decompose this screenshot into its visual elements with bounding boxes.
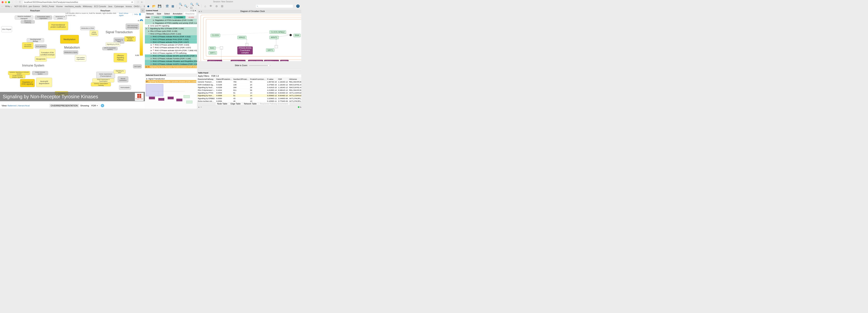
list-icon[interactable]: ≡ <box>201 106 201 108</box>
import-table-icon[interactable]: ▦ <box>171 4 175 8</box>
col-header[interactable]: ProteinFromGen… <box>249 78 266 81</box>
col-header[interactable]: HitGenes <box>288 78 301 81</box>
tree-item[interactable]: ▶RHO GTPases Activate Formins (FDR: 0.18… <box>145 57 197 60</box>
col-header[interactable]: P-value <box>267 78 277 81</box>
node-nr1d1-b[interactable]: NR1D1:heme <box>230 60 245 61</box>
back-button[interactable]: ‹ <box>11 1 14 4</box>
tree-item[interactable]: ▶Regulation of PTEN localization (FDR: 0… <box>145 19 197 22</box>
tree-item[interactable]: ▶⠿Signaling by Rho GTPases (FDR: 0.186) <box>145 27 197 30</box>
node-rora-ep300[interactable]: RORA:EP300 <box>248 60 263 61</box>
sidebar-button[interactable]: ☰ <box>19 1 21 4</box>
cell[interactable]: Developmental Biology <box>27 38 44 42</box>
cell[interactable]: Post-translational protein modification <box>48 22 68 30</box>
attr-icon[interactable]: ⊚ <box>215 4 218 8</box>
pin-icon[interactable]: ◉ <box>198 10 200 12</box>
cell[interactable]: Regulation of IFNG signaling <box>20 79 35 87</box>
region-signal-transduction[interactable]: Signal Transduction <box>105 30 132 34</box>
seb-item[interactable]: ▶Signaling by Non-Receptor Tyrosine Kina… <box>146 80 196 83</box>
tab-annotation[interactable]: Annotation <box>171 12 184 16</box>
bookmark-item[interactable]: Cytoscape <box>114 5 124 7</box>
h-scrollbar[interactable] <box>198 68 301 70</box>
tab-reactome[interactable]: Reactome <box>184 12 196 16</box>
cell[interactable]: Metabolism of lipids <box>64 50 78 54</box>
node-ppara[interactable]: PPARA:RXRA Coactivator complex <box>237 47 253 54</box>
cell[interactable]: Signaling by WNT <box>114 70 126 74</box>
node-sirt1a[interactable]: SIRT1 <box>209 51 217 54</box>
zoom-out-icon[interactable]: 🔍- <box>185 4 188 8</box>
node-arntl[interactable]: ARNTL <box>270 36 279 39</box>
cell[interactable]: GPCR downstream signaling <box>102 47 118 50</box>
cell[interactable]: Generic Transcription Pathway <box>91 83 111 87</box>
zoom-fit-icon[interactable]: 🔍⊡ <box>190 4 194 8</box>
bookmark-item[interactable]: Wiktionary <box>83 5 92 7</box>
cell[interactable]: Metabolism of RNA <box>80 26 95 30</box>
node-nr1d1-a[interactable]: NR1D1:heme <box>207 60 222 61</box>
node-npas2[interactable]: NPAS2 <box>237 36 246 39</box>
new-tab-button[interactable]: + <box>141 8 145 13</box>
clear-button[interactable]: ✕ <box>101 104 104 107</box>
memory-indicator[interactable]: Memory <box>298 106 301 108</box>
float-icon[interactable]: ☐ <box>193 10 194 11</box>
tree-item[interactable]: ▶RHO GTPases Activate WASPs and WAVEs (F… <box>145 54 197 57</box>
hierarchical-link[interactable]: hierarchical <box>18 104 30 107</box>
tree-item[interactable]: ▶DAG and IP3 signaling <box>145 24 197 27</box>
tab-style[interactable]: Style <box>155 12 163 16</box>
zoom-in-icon[interactable]: 🔍+ <box>179 4 183 8</box>
col-header[interactable]: ReactomePathway <box>197 78 216 81</box>
close-window-button[interactable] <box>2 1 3 3</box>
tree-item[interactable]: ▼RHO GTPase Effectors (FDR: 0.194) <box>145 33 197 35</box>
close-icon[interactable]: ✕ <box>195 10 196 11</box>
tree-item[interactable]: ▶RHO GTPases Activate NADPH Oxidases (FD… <box>145 63 197 65</box>
bookmark-item[interactable]: kronos <box>126 5 132 7</box>
cell[interactable]: Signaling by GPCR <box>105 42 120 46</box>
bookmark-item[interactable]: NOT-OD-20-0…pen Science <box>14 5 40 7</box>
minimize-window-button[interactable] <box>5 1 7 3</box>
zoom-sel-icon[interactable]: 🔍∙ <box>196 4 199 8</box>
bookmark-item[interactable]: RFAs ⌄ <box>5 5 12 7</box>
tree-item[interactable]: ▶⠿RHO GTPases activate CIT (FDR: 0.023) <box>145 44 197 46</box>
node-rai1[interactable]: RAI1 <box>209 47 216 50</box>
cell[interactable]: Myogenesis <box>35 56 46 62</box>
reaction-node[interactable] <box>245 43 248 46</box>
tab-network[interactable]: Network <box>145 12 155 16</box>
tab-network-table[interactable]: Network Table <box>242 102 258 106</box>
table-row[interactable]: RNA Polymerase I…0.1044911564.2188E-148.… <box>197 89 301 91</box>
cell[interactable]: Signaling by Nuclear Receptors <box>124 36 135 41</box>
table-row[interactable]: ESR-mediated sig…0.0158138242.2756E-151.… <box>197 83 301 86</box>
node-nr1d1-c[interactable]: NR1D1:heme <box>264 60 279 61</box>
region-immune-system[interactable]: Immune System <box>22 64 44 67</box>
filter-select[interactable]: FDR 1.0⇅ <box>211 75 301 78</box>
tree-item[interactable]: ▶RHO GTPases activate PKNs (FDR: 0.527) <box>145 41 197 44</box>
tree-item[interactable]: ▶RHO GTPases activate PAKs (FDR: 0.353) <box>145 38 197 41</box>
bookmark-item[interactable]: EC2 Console <box>94 5 106 7</box>
cell[interactable]: Hemostasis <box>119 85 131 90</box>
new-network-icon[interactable]: ◆ <box>147 4 150 8</box>
bookmark-item[interactable]: OHSU ⌄ <box>134 5 142 7</box>
cloud-icon[interactable]: ☁ <box>198 106 199 108</box>
table-row[interactable]: Signaling by PTK60.005851146.0596E-128.6… <box>197 91 301 94</box>
tab-edge-table[interactable]: Edge Table <box>229 102 242 106</box>
cell[interactable]: Gene expression (Transcription) <box>96 72 115 79</box>
help-link[interactable]: Help <box>134 13 138 16</box>
reaction-node[interactable] <box>220 47 223 49</box>
info-icon[interactable]: i <box>139 13 141 16</box>
zoom-slider[interactable] <box>249 65 271 66</box>
tab-reactome-enrichment[interactable]: Reactome Pathway Enrichment <box>258 102 290 106</box>
cell[interactable]: Lipid particle organization <box>75 55 86 62</box>
bookmark-item[interactable]: mechismo_results <box>65 5 81 7</box>
table-row[interactable]: Signaling by ERBB20.005043131.6296E-112.… <box>197 97 301 99</box>
cell[interactable]: LGI-ADAM interactions <box>22 42 33 49</box>
tree-item[interactable]: ▶RHO GTPases Activate Rhotekin and Rhoph… <box>145 60 197 63</box>
layout-icon[interactable]: ⊞ <box>220 4 224 8</box>
cell[interactable]: Growth hormone receptor signaling <box>9 75 25 79</box>
pathway-tree[interactable]: ▶Regulation of PTEN localization (FDR: 0… <box>145 19 197 74</box>
flattened-link[interactable]: flattened <box>8 104 17 107</box>
dont-show-link[interactable]: Don't show again <box>119 12 131 17</box>
region-metabolism[interactable]: Metabolism <box>64 46 80 49</box>
bookmark-item[interactable]: Vizome <box>56 5 63 7</box>
table-row[interactable]: Signaling by Non…0.005851146.0596E-128.6… <box>197 94 301 97</box>
col-header[interactable]: NumberOfProtei… <box>233 78 249 81</box>
tab-node-table[interactable]: Node Table <box>216 102 229 106</box>
dock-icon[interactable]: ⊞ <box>201 10 202 12</box>
seb-item[interactable]: ▶Signal Transduction <box>146 77 196 80</box>
